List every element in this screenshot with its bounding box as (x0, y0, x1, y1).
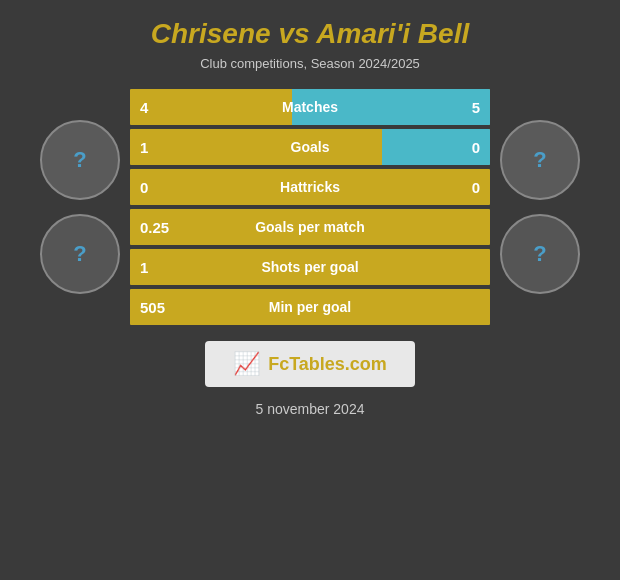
watermark-section: 📈 FcTables.com (205, 341, 415, 387)
subtitle: Club competitions, Season 2024/2025 (200, 56, 420, 71)
avatar-right: ? (500, 120, 580, 200)
goals-left-val: 1 (140, 139, 148, 156)
stats-col: 4 Matches 5 1 Goals 0 0 Hattricks 0 0. (130, 89, 490, 325)
hattricks-right-val: 0 (472, 179, 480, 196)
stat-bar-matches: 4 Matches 5 (130, 89, 490, 125)
player-right-col: ? ? (490, 120, 590, 294)
avatar-right-2: ? (500, 214, 580, 294)
stat-row-matches: 4 Matches 5 (130, 89, 490, 125)
spg-left-val: 1 (140, 259, 148, 276)
hattricks-left-val: 0 (140, 179, 148, 196)
watermark-brand: FcTables (268, 354, 345, 374)
title: Chrisene vs Amari'i Bell (151, 18, 469, 50)
gpm-left-val: 0.25 (140, 219, 169, 236)
matches-right-val: 5 (472, 99, 480, 116)
avatar-left: ? (40, 120, 120, 200)
stat-bar-hattricks: 0 Hattricks 0 (130, 169, 490, 205)
comparison-section: ? ? 4 Matches 5 1 Goals 0 0 Ha (0, 89, 620, 325)
matches-left-val: 4 (140, 99, 148, 116)
watermark-tld: .com (345, 354, 387, 374)
stat-row-goals: 1 Goals 0 (130, 129, 490, 165)
hattricks-label: Hattricks (280, 179, 340, 195)
stat-bar-goals: 1 Goals 0 (130, 129, 490, 165)
goals-label: Goals (291, 139, 330, 155)
matches-label: Matches (282, 99, 338, 115)
mpg-label: Min per goal (269, 299, 351, 315)
stat-bar-goals-per-match: 0.25 Goals per match (130, 209, 490, 245)
date-text: 5 november 2024 (256, 401, 365, 417)
stat-bar-min-per-goal: 505 Min per goal (130, 289, 490, 325)
watermark-icon: 📈 (233, 351, 260, 377)
avatar-left-icon: ? (73, 147, 86, 173)
goals-right-val: 0 (472, 139, 480, 156)
stat-row-shots-per-goal: 1 Shots per goal (130, 249, 490, 285)
spg-label: Shots per goal (261, 259, 358, 275)
stat-bar-shots-per-goal: 1 Shots per goal (130, 249, 490, 285)
watermark-text: FcTables.com (268, 354, 387, 375)
player-left-col: ? ? (30, 120, 130, 294)
avatar-right-2-icon: ? (533, 241, 546, 267)
gpm-label: Goals per match (255, 219, 365, 235)
stat-row-hattricks: 0 Hattricks 0 (130, 169, 490, 205)
mpg-left-val: 505 (140, 299, 165, 316)
stat-row-min-per-goal: 505 Min per goal (130, 289, 490, 325)
stat-row-goals-per-match: 0.25 Goals per match (130, 209, 490, 245)
avatar-left-2: ? (40, 214, 120, 294)
avatar-right-icon: ? (533, 147, 546, 173)
avatar-left-2-icon: ? (73, 241, 86, 267)
